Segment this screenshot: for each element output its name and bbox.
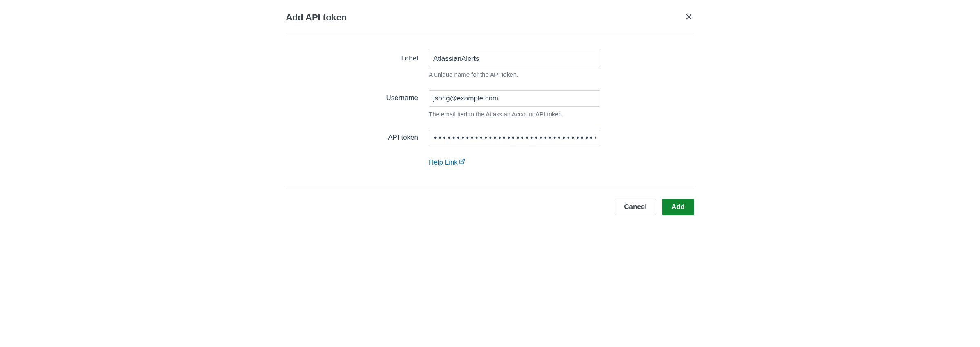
api-token-input[interactable] [429, 130, 600, 146]
close-icon [685, 13, 693, 22]
dialog-body: Label A unique name for the API token. U… [286, 35, 694, 187]
api-token-row: API token [286, 130, 694, 146]
dialog-footer: Cancel Add [286, 187, 694, 227]
username-field-label: Username [286, 90, 429, 102]
help-link-text: Help Link [429, 158, 458, 167]
external-link-icon [459, 158, 465, 167]
help-link[interactable]: Help Link [429, 158, 465, 167]
username-input[interactable] [429, 90, 600, 107]
label-input[interactable] [429, 51, 600, 67]
add-button[interactable]: Add [662, 199, 694, 215]
username-row: Username The email tied to the Atlassian… [286, 90, 694, 118]
label-help-text: A unique name for the API token. [429, 71, 600, 78]
help-link-wrapper: Help Link [429, 158, 600, 167]
add-api-token-dialog: Add API token Label A unique name for th… [286, 0, 694, 227]
dialog-title: Add API token [286, 12, 347, 23]
label-field-wrapper: A unique name for the API token. [429, 51, 600, 78]
dialog-header: Add API token [286, 11, 694, 35]
svg-line-2 [461, 159, 464, 162]
close-button[interactable] [684, 11, 694, 23]
cancel-button[interactable]: Cancel [615, 199, 656, 215]
username-field-wrapper: The email tied to the Atlassian Account … [429, 90, 600, 118]
api-token-field-wrapper [429, 130, 600, 146]
api-token-field-label: API token [286, 130, 429, 142]
label-row: Label A unique name for the API token. [286, 51, 694, 78]
username-help-text: The email tied to the Atlassian Account … [429, 111, 600, 118]
help-link-row: Help Link [286, 158, 694, 167]
label-field-label: Label [286, 51, 429, 62]
